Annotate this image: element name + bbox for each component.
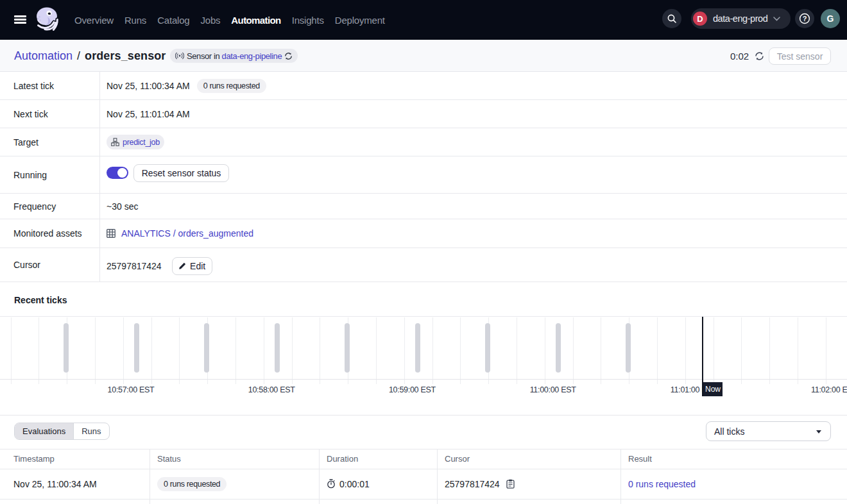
svg-text:?: ? — [803, 15, 807, 22]
